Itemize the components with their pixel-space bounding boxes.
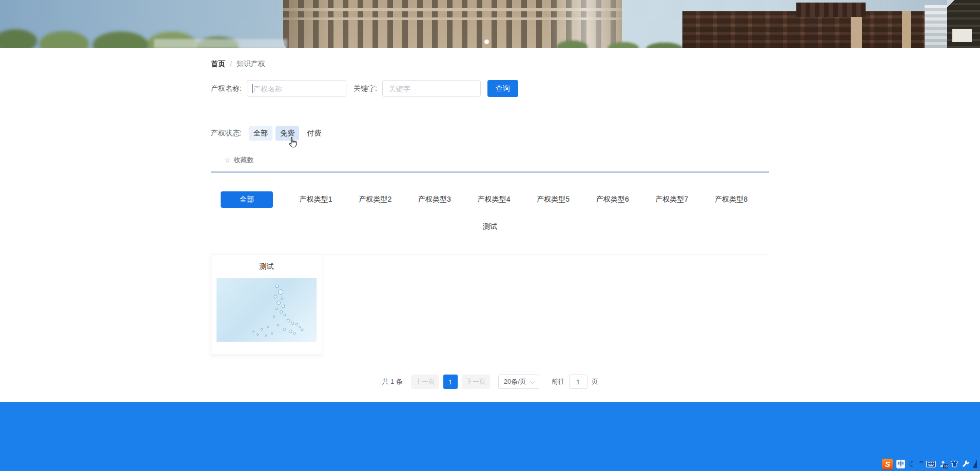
- breadcrumb-home-link[interactable]: 首页: [211, 60, 225, 69]
- tab-type-5[interactable]: 产权类型5: [537, 195, 570, 204]
- prev-page-button[interactable]: 上一页: [411, 375, 439, 389]
- tab-type-1[interactable]: 产权类型1: [300, 195, 332, 204]
- tab-all[interactable]: 全部: [221, 191, 273, 208]
- chevron-down-icon: [530, 379, 535, 384]
- page: 首页 / 知识产权 产权名称: 关键字: 查询 产权状态: 全部 免费 付费 ☆: [0, 0, 980, 389]
- name-field-wrap: [247, 80, 346, 97]
- property-card[interactable]: 测试: [211, 254, 322, 355]
- favorite-count-label: 收藏数: [234, 155, 254, 165]
- next-page-button[interactable]: 下一页: [462, 375, 490, 389]
- pagination-total: 共 1 条: [382, 377, 402, 386]
- pagination: 共 1 条 上一页 1 下一页 20条/页 前往 页: [211, 375, 769, 389]
- tools-icon[interactable]: [962, 460, 969, 467]
- tab-type-4[interactable]: 产权类型4: [478, 195, 511, 204]
- night-mode-icon[interactable]: ☾: [909, 460, 915, 468]
- trees-right: [603, 40, 695, 48]
- status-filter: 产权状态: 全部 免费 付费: [211, 126, 769, 141]
- tab-type-3[interactable]: 产权类型3: [418, 195, 451, 204]
- category-tabs-row2: 测试: [211, 222, 769, 231]
- card-image-bubbles: [217, 278, 317, 342]
- breadcrumb-current: 知识产权: [237, 60, 265, 69]
- name-input[interactable]: [247, 80, 346, 97]
- chinese-mode-icon[interactable]: 中: [896, 460, 905, 468]
- hero-banner: [0, 0, 980, 48]
- brick-building-roof: [796, 3, 866, 17]
- tab-type-8[interactable]: 产权类型8: [715, 195, 748, 204]
- skin-icon[interactable]: [950, 460, 958, 467]
- keyword-field-label: 关键字:: [354, 84, 377, 93]
- ime-more-icon[interactable]: [973, 460, 977, 468]
- text-caret: [252, 84, 253, 93]
- status-filter-label: 产权状态:: [211, 129, 242, 138]
- keyboard-icon[interactable]: [926, 461, 936, 467]
- status-option-all[interactable]: 全部: [249, 126, 272, 141]
- account-badge: 16: [943, 464, 948, 468]
- dark-building-photo: [947, 0, 980, 48]
- distant-buildings: [154, 39, 287, 48]
- carousel-dot[interactable]: [484, 40, 489, 44]
- divider-accent: [211, 171, 769, 173]
- category-tabs-row1: 全部 产权类型1 产权类型2 产权类型3 产权类型4 产权类型5 产权类型6 产…: [211, 191, 769, 208]
- status-option-free[interactable]: 免费: [276, 126, 299, 141]
- page-size-value: 20条/页: [504, 377, 526, 386]
- breadcrumb-separator: /: [230, 60, 232, 68]
- star-icon: ☆: [224, 156, 231, 164]
- tab-test[interactable]: 测试: [483, 222, 497, 230]
- search-form: 产权名称: 关键字: 查询: [211, 80, 769, 97]
- page-1-button[interactable]: 1: [443, 375, 458, 389]
- sogou-logo-icon[interactable]: S: [882, 459, 893, 469]
- tab-type-6[interactable]: 产权类型6: [596, 195, 629, 204]
- building-sign: [952, 29, 972, 42]
- white-building-photo: [925, 5, 949, 48]
- goto-suffix: 页: [592, 377, 598, 386]
- trees-middle: [549, 39, 595, 48]
- tab-type-2[interactable]: 产权类型2: [359, 195, 391, 204]
- footer: S 中 ☾ °’: [0, 402, 980, 471]
- ime-toolbar: S 中 ☾ °’: [882, 458, 977, 469]
- favorite-sort-row[interactable]: ☆ 收藏数: [211, 149, 769, 171]
- account-icon[interactable]: 16: [939, 460, 947, 467]
- breadcrumb: 首页 / 知识产权: [211, 60, 769, 69]
- tab-type-7[interactable]: 产权类型7: [656, 195, 689, 204]
- goto-label: 前往: [552, 377, 565, 386]
- keyword-input[interactable]: [382, 80, 481, 97]
- name-field-label: 产权名称:: [211, 84, 242, 93]
- page-size-select[interactable]: 20条/页: [498, 375, 539, 389]
- goto-page-input[interactable]: [569, 375, 587, 389]
- card-title: 测试: [211, 254, 322, 271]
- main-content: 首页 / 知识产权 产权名称: 关键字: 查询 产权状态: 全部 免费 付费 ☆: [211, 60, 769, 389]
- status-option-paid[interactable]: 付费: [302, 126, 326, 141]
- search-button[interactable]: 查询: [487, 80, 518, 97]
- punctuation-icon[interactable]: °’: [919, 460, 923, 467]
